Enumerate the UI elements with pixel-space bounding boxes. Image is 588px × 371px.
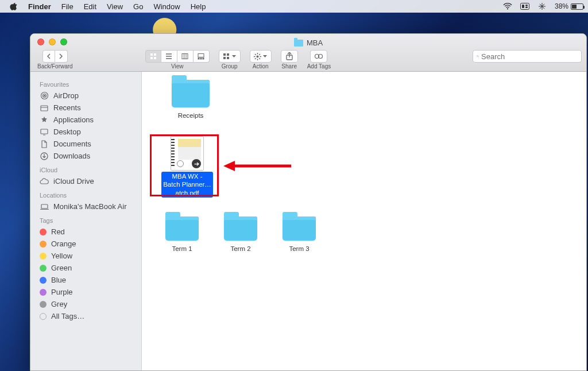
svg-point-22 [477, 55, 478, 57]
folder-icon [165, 217, 199, 241]
cloud-icon [40, 178, 49, 184]
tag-dot-icon [40, 253, 47, 260]
file-label: Term 3 [287, 244, 311, 253]
sidebar-tag-red[interactable]: Red [30, 226, 141, 238]
sidebar-tag-grey[interactable]: Grey [30, 298, 141, 310]
svg-rect-29 [41, 204, 48, 208]
tag-dot-icon [40, 265, 47, 272]
svg-rect-9 [182, 54, 188, 59]
folder-term-1[interactable]: Term 1 [158, 217, 206, 253]
nav-label: Back/Forward [37, 63, 73, 69]
menu-file[interactable]: File [56, 2, 79, 11]
svg-point-18 [257, 55, 259, 57]
folder-receipts[interactable]: Receipts [165, 80, 216, 120]
svg-rect-1 [520, 3, 529, 10]
view-icons-button[interactable] [145, 50, 161, 63]
file-label: Term 1 [170, 244, 194, 253]
menu-edit[interactable]: Edit [79, 2, 102, 11]
menu-window[interactable]: Window [148, 2, 185, 11]
toolbar: Back/Forward [35, 50, 582, 69]
svg-point-0 [507, 8, 508, 9]
sidebar-item-airdrop[interactable]: AirDrop [30, 90, 141, 102]
search-field[interactable] [473, 50, 582, 63]
svg-rect-3 [525, 5, 528, 6]
action-label: Action [253, 63, 269, 69]
sidebar-item-downloads[interactable]: Downloads [30, 150, 141, 162]
laptop-icon [40, 204, 49, 210]
sidebar-item-applications[interactable]: Applications [30, 114, 141, 126]
tags-label: Add Tags [307, 63, 331, 69]
tag-dot-icon [40, 289, 47, 296]
forward-button[interactable] [55, 50, 68, 63]
sidebar-item-laptop[interactable]: Monika's MacBook Air [30, 200, 141, 212]
sidebar-tag-green[interactable]: Green [30, 262, 141, 274]
sidebar-section-favourites: Favourites [30, 76, 141, 90]
menu-extra-icon[interactable] [537, 2, 547, 10]
wifi-icon[interactable] [503, 2, 512, 10]
sidebar-tag-blue[interactable]: Blue [30, 274, 141, 286]
tag-dot-icon [40, 241, 47, 248]
action-button[interactable] [250, 50, 272, 63]
tag-dot-icon [40, 313, 47, 320]
svg-rect-2 [522, 5, 524, 8]
folder-icon [172, 80, 210, 107]
annotation-arrow [223, 159, 292, 173]
svg-rect-10 [198, 54, 204, 57]
control-center-icon[interactable] [520, 2, 529, 10]
menu-go[interactable]: Go [128, 2, 148, 11]
svg-rect-8 [154, 57, 156, 59]
svg-rect-5 [150, 53, 153, 56]
tag-dot-icon [40, 301, 47, 308]
finder-content[interactable]: Receipts ➔ MBA WX - Batch Planner…atch.p… [142, 72, 586, 370]
menu-view[interactable]: View [102, 2, 128, 11]
battery-percent: 38% [555, 2, 568, 10]
svg-rect-14 [223, 53, 226, 56]
view-columns-button[interactable] [177, 50, 194, 63]
svg-rect-4 [525, 7, 528, 9]
sidebar-item-documents[interactable]: Documents [30, 138, 141, 150]
battery-status[interactable]: 38% [555, 2, 583, 10]
sidebar-tag-yellow[interactable]: Yellow [30, 250, 141, 262]
menu-help[interactable]: Help [185, 2, 211, 11]
add-tags-button[interactable] [310, 50, 327, 63]
tag-dot-icon [40, 229, 47, 235]
alias-arrow-icon: ➔ [192, 159, 201, 168]
app-name[interactable]: Finder [23, 2, 56, 11]
sidebar-section-tags: Tags [30, 212, 141, 226]
sidebar-section-icloud: iCloud [30, 162, 141, 175]
file-mba-wx-batch-planner-pdf[interactable]: ➔ MBA WX - Batch Planner…atch.pdf [156, 136, 219, 198]
folder-term-2[interactable]: Term 2 [216, 217, 265, 253]
folder-term-3[interactable]: Term 3 [275, 217, 323, 253]
sidebar-item-recents[interactable]: Recents [30, 102, 141, 114]
svg-marker-31 [223, 161, 235, 171]
share-button[interactable] [281, 50, 298, 63]
svg-rect-15 [223, 57, 226, 59]
window-title-text: MBA [307, 38, 323, 47]
sidebar-tag-purple[interactable]: Purple [30, 286, 141, 298]
sidebar-tag-all[interactable]: All Tags… [30, 310, 141, 322]
back-button[interactable] [42, 50, 55, 63]
apple-menu[interactable] [5, 2, 23, 10]
view-list-button[interactable] [161, 50, 177, 63]
view-label: View [171, 63, 184, 69]
sidebar-item-icloud-drive[interactable]: iCloud Drive [30, 175, 141, 187]
folder-icon [283, 217, 316, 241]
group-button[interactable] [219, 50, 241, 63]
window-titlebar: MBA Back/Forward [30, 34, 586, 72]
search-input[interactable] [481, 52, 578, 61]
group-label: Group [222, 63, 238, 69]
window-title: MBA [30, 38, 586, 47]
recents-icon [40, 104, 49, 112]
svg-rect-17 [227, 57, 229, 59]
sidebar-tag-orange[interactable]: Orange [30, 238, 141, 250]
folder-icon [294, 40, 303, 47]
view-gallery-button[interactable] [194, 50, 210, 63]
search-icon [477, 53, 479, 60]
svg-point-25 [44, 95, 45, 96]
sidebar: Favourites AirDrop Recents Applications … [30, 72, 142, 370]
sidebar-item-desktop[interactable]: Desktop [30, 126, 141, 138]
sidebar-section-locations: Locations [30, 187, 141, 200]
file-label: MBA WX - Batch Planner…atch.pdf [161, 172, 213, 198]
svg-rect-7 [150, 57, 153, 59]
svg-rect-27 [41, 129, 48, 134]
